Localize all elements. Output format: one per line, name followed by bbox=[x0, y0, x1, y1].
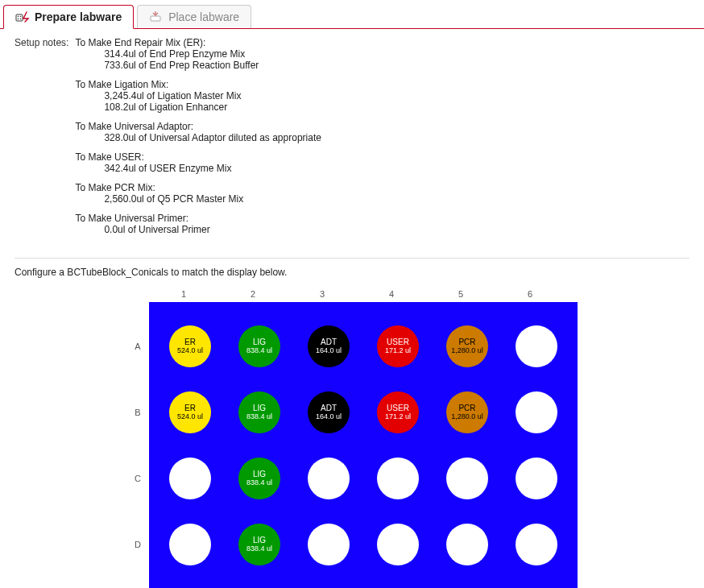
well-label: LIG bbox=[253, 404, 266, 413]
setup-group-title: To Make PCR Mix: bbox=[75, 182, 321, 193]
well-D4[interactable] bbox=[377, 524, 419, 565]
well-A3[interactable]: ADT164.0 ul bbox=[308, 325, 350, 367]
setup-group-line: 0.0ul of Universal Primer bbox=[75, 224, 321, 235]
setup-group-title: To Make Universal Primer: bbox=[75, 213, 321, 224]
well-D3[interactable] bbox=[308, 524, 350, 565]
row-label: A bbox=[126, 342, 149, 351]
setup-group-title: To Make USER: bbox=[75, 151, 321, 163]
labware-icon bbox=[15, 11, 30, 23]
well-cell bbox=[155, 445, 225, 511]
setup-group-line: 3,245.4ul of Ligation Master Mix bbox=[75, 90, 321, 101]
well-cell: ER524.0 ul bbox=[155, 379, 225, 445]
setup-group-title: To Make End Repair Mix (ER): bbox=[75, 37, 321, 48]
well-B5[interactable]: PCR1,280.0 ul bbox=[446, 391, 488, 433]
setup-group-title: To Make Universal Adaptor: bbox=[75, 121, 321, 132]
setup-group-line: 342.4ul of USER Enzyme Mix bbox=[75, 163, 321, 174]
well-label: LIG bbox=[253, 536, 266, 545]
well-volume: 524.0 ul bbox=[177, 347, 203, 354]
well-cell: PCR1,280.0 ul bbox=[433, 379, 502, 445]
setup-group: To Make PCR Mix:2,560.0ul of Q5 PCR Mast… bbox=[75, 182, 321, 205]
well-label: LIG bbox=[253, 470, 266, 479]
tube-block: 123456 ABCDER524.0 ulLIG838.4 ulADT164.0… bbox=[126, 289, 578, 588]
well-D6[interactable] bbox=[516, 524, 557, 565]
well-B2[interactable]: LIG838.4 ul bbox=[238, 391, 280, 433]
well-volume: 171.2 ul bbox=[385, 347, 411, 354]
well-cell: ADT164.0 ul bbox=[294, 379, 363, 445]
svg-point-3 bbox=[18, 19, 19, 20]
setup-group-line: 733.6ul of End Prep Reaction Buffer bbox=[75, 60, 321, 71]
well-volume: 838.4 ul bbox=[246, 479, 272, 487]
well-D1[interactable] bbox=[169, 524, 211, 565]
svg-rect-0 bbox=[16, 14, 23, 21]
well-C1[interactable] bbox=[169, 458, 211, 499]
col-header: 4 bbox=[357, 289, 426, 302]
col-header: 2 bbox=[218, 289, 288, 302]
well-volume: 1,280.0 ul bbox=[451, 413, 483, 420]
col-header: 5 bbox=[426, 289, 495, 302]
col-header: 3 bbox=[288, 289, 357, 302]
well-cell bbox=[433, 445, 502, 511]
well-volume: 164.0 ul bbox=[316, 347, 342, 354]
well-cell bbox=[433, 511, 502, 578]
tab-label: Prepare labware bbox=[35, 10, 122, 23]
well-cell: LIG838.4 ul bbox=[225, 511, 294, 578]
well-B3[interactable]: ADT164.0 ul bbox=[308, 391, 350, 433]
well-cell bbox=[294, 445, 363, 511]
place-icon bbox=[149, 11, 164, 23]
well-cell: PCR1,280.0 ul bbox=[433, 313, 502, 379]
well-cell: ER524.0 ul bbox=[155, 313, 225, 379]
row-label: B bbox=[126, 408, 149, 417]
well-label: ER bbox=[184, 338, 196, 347]
setup-notes: Setup notes: To Make End Repair Mix (ER)… bbox=[14, 37, 690, 243]
well-A5[interactable]: PCR1,280.0 ul bbox=[446, 325, 488, 367]
well-cell: USER171.2 ul bbox=[363, 313, 433, 379]
well-C3[interactable] bbox=[308, 458, 350, 499]
well-B1[interactable]: ER524.0 ul bbox=[169, 391, 211, 433]
well-B6[interactable] bbox=[516, 391, 557, 433]
row-label: D bbox=[126, 540, 149, 549]
well-volume: 164.0 ul bbox=[316, 413, 342, 420]
setup-group-line: 2,560.0ul of Q5 PCR Master Mix bbox=[75, 193, 321, 205]
tab-prepare-labware[interactable]: Prepare labware bbox=[3, 5, 134, 29]
well-C6[interactable] bbox=[516, 458, 557, 499]
svg-point-4 bbox=[20, 19, 22, 20]
well-A6[interactable] bbox=[516, 325, 557, 367]
well-B4[interactable]: USER171.2 ul bbox=[377, 391, 419, 433]
svg-point-2 bbox=[20, 16, 22, 18]
tab-place-labware[interactable]: Place labware bbox=[137, 5, 251, 28]
well-label: PCR bbox=[458, 338, 475, 347]
separator bbox=[14, 258, 690, 259]
well-cell bbox=[363, 445, 433, 511]
setup-group-line: 314.4ul of End Prep Enzyme Mix bbox=[75, 48, 321, 60]
well-A1[interactable]: ER524.0 ul bbox=[169, 325, 211, 367]
well-C4[interactable] bbox=[377, 458, 419, 499]
well-cell bbox=[502, 511, 571, 578]
setup-group: To Make Ligation Mix:3,245.4ul of Ligati… bbox=[75, 79, 321, 113]
well-label: LIG bbox=[253, 338, 266, 347]
setup-group-line: 328.0ul of Universal Adaptor diluted as … bbox=[75, 132, 321, 143]
well-volume: 1,280.0 ul bbox=[451, 347, 483, 354]
well-C2[interactable]: LIG838.4 ul bbox=[238, 458, 280, 499]
tab-label: Place labware bbox=[168, 10, 239, 23]
tab-bar: Prepare labware Place labware bbox=[0, 5, 704, 29]
well-label: ADT bbox=[321, 404, 337, 413]
well-D2[interactable]: LIG838.4 ul bbox=[238, 524, 280, 565]
setup-group: To Make USER:342.4ul of USER Enzyme Mix bbox=[75, 151, 321, 174]
well-D5[interactable] bbox=[446, 524, 488, 565]
setup-group: To Make Universal Primer:0.0ul of Univer… bbox=[75, 213, 321, 235]
well-label: ADT bbox=[321, 338, 337, 347]
well-label: USER bbox=[387, 404, 409, 413]
well-A2[interactable]: LIG838.4 ul bbox=[238, 325, 280, 367]
setup-notes-label: Setup notes: bbox=[14, 37, 68, 243]
well-label: USER bbox=[387, 338, 409, 347]
svg-point-1 bbox=[18, 16, 19, 18]
tube-block-body: ER524.0 ulLIG838.4 ulADT164.0 ulUSER171.… bbox=[149, 302, 578, 588]
well-volume: 838.4 ul bbox=[246, 347, 272, 354]
well-cell: LIG838.4 ul bbox=[225, 445, 294, 511]
col-header: 1 bbox=[149, 289, 218, 302]
well-volume: 524.0 ul bbox=[177, 413, 203, 420]
well-volume: 838.4 ul bbox=[246, 413, 272, 420]
well-A4[interactable]: USER171.2 ul bbox=[377, 325, 419, 367]
well-C5[interactable] bbox=[446, 458, 488, 499]
well-cell bbox=[502, 445, 571, 511]
